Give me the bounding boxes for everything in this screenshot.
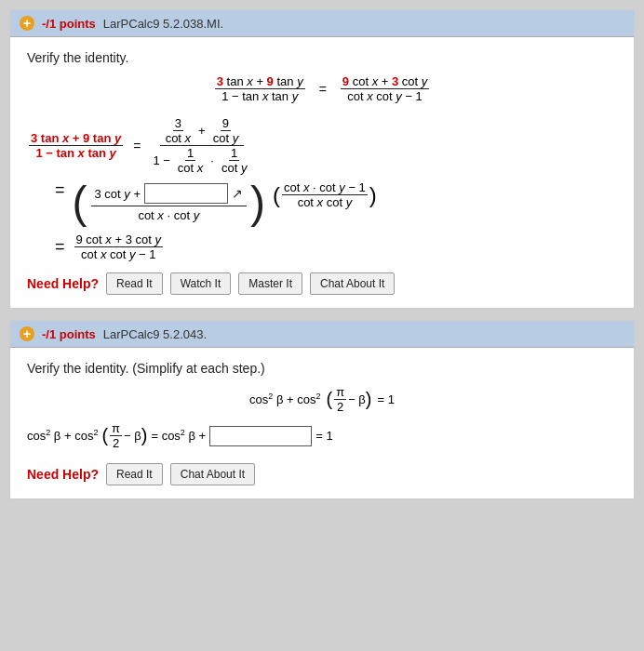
need-help-13: Need Help? Read It Chat About It: [27, 463, 617, 485]
input-box-13[interactable]: [209, 426, 312, 446]
step1-13: cos2 β + cos2 ( π 2 − β ) = cos2 β + = 1: [27, 421, 617, 450]
problem-12-header: + -/1 points LarPCalc9 5.2.038.MI.: [10, 10, 634, 37]
equals-1-13: = 1: [377, 392, 394, 406]
problem-13: + -/1 points LarPCalc9 5.2.043. Verify t…: [9, 320, 635, 499]
problem-12-title: Verify the identity.: [27, 50, 617, 65]
paren-pi-beta-13: ( π 2 − β ): [326, 385, 371, 414]
points-12: -/1 points: [42, 17, 96, 31]
need-help-label-13: Need Help?: [27, 467, 99, 482]
chat-about-it-btn-13[interactable]: Chat About It: [170, 463, 255, 485]
watch-it-btn-12[interactable]: Watch It: [170, 272, 232, 295]
master-it-btn-12[interactable]: Master It: [238, 272, 302, 295]
step1: 3 tan x + 9 tan y 1 − tan x tan y = 3 co…: [27, 116, 617, 175]
plus-icon-13: +: [20, 326, 34, 341]
problem-13-body: Verify the identity. (Simplify at each s…: [10, 348, 634, 498]
problem-12-body: Verify the identity. 3 tan x + 9 tan y 1…: [10, 37, 634, 308]
step2: = ( 3 cot y + ↗ cot x · cot y ) (: [55, 180, 617, 225]
problem-13-title: Verify the identity. (Simplify at each s…: [27, 361, 617, 376]
step3: = 9 cot x + 3 cot y cot x cot y − 1: [55, 232, 617, 261]
input-box-step2[interactable]: [144, 183, 228, 204]
need-help-label-12: Need Help?: [27, 276, 99, 291]
read-it-btn-12[interactable]: Read It: [106, 272, 163, 295]
main-fraction-lhs: 3 tan x + 9 tan y 1 − tan x tan y: [215, 74, 305, 103]
cos2-beta-13: cos2 β + cos2: [249, 392, 320, 406]
main-equals: =: [319, 82, 327, 97]
course-12: LarPCalc9 5.2.038.MI.: [103, 17, 223, 31]
problem-12: + -/1 points LarPCalc9 5.2.038.MI. Verif…: [9, 9, 635, 309]
plus-icon-12: +: [20, 16, 34, 31]
problem-13-header: + -/1 points LarPCalc9 5.2.043.: [10, 321, 634, 348]
chat-about-it-btn-12[interactable]: Chat About It: [310, 272, 395, 295]
points-13: -/1 points: [42, 327, 96, 341]
read-it-btn-13[interactable]: Read It: [106, 463, 163, 485]
need-help-12: Need Help? Read It Watch It Master It Ch…: [27, 272, 617, 295]
main-fraction-rhs: 9 cot x + 3 cot y cot x cot y − 1: [341, 74, 429, 103]
course-13: LarPCalc9 5.2.043.: [103, 327, 207, 341]
